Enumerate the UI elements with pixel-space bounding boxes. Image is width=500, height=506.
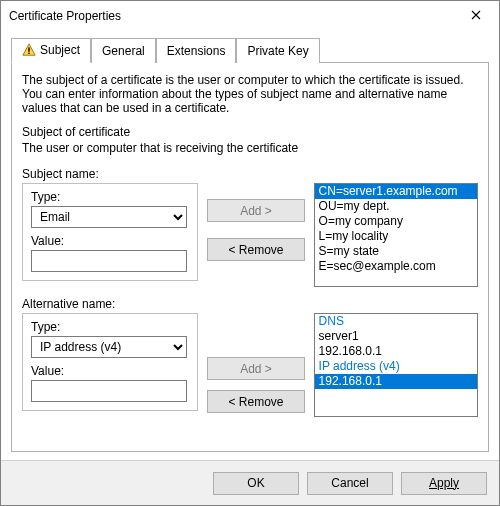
- subject-of-certificate-heading: Subject of certificate: [22, 125, 478, 139]
- list-item[interactable]: S=my state: [315, 244, 477, 259]
- list-item[interactable]: L=my locality: [315, 229, 477, 244]
- tab-strip: Subject General Extensions Private Key: [1, 31, 499, 62]
- altname-value-label: Value:: [31, 364, 189, 378]
- alternative-name-group: Type: IP address (v4) Value:: [22, 313, 198, 411]
- svg-rect-1: [28, 53, 29, 54]
- subject-add-button[interactable]: Add >: [207, 199, 305, 222]
- subject-name-list[interactable]: CN=server1.example.comOU=my dept.O=my co…: [314, 183, 478, 287]
- subject-name-label: Subject name:: [22, 167, 478, 181]
- subject-remove-button[interactable]: < Remove: [207, 238, 305, 261]
- alternative-name-list[interactable]: DNSserver1192.168.0.1IP address (v4)192.…: [314, 313, 478, 417]
- tab-extensions[interactable]: Extensions: [156, 38, 237, 63]
- window-title: Certificate Properties: [9, 9, 121, 23]
- tab-label: Private Key: [247, 44, 308, 58]
- alternative-name-row: Type: IP address (v4) Value: Add > < Rem…: [22, 313, 478, 419]
- list-item[interactable]: 192.168.0.1: [315, 374, 477, 389]
- altname-add-button[interactable]: Add >: [207, 357, 305, 380]
- close-button[interactable]: [453, 1, 499, 31]
- altname-type-select[interactable]: IP address (v4): [31, 336, 187, 358]
- subject-type-label: Type:: [31, 190, 189, 204]
- ok-button[interactable]: OK: [213, 472, 299, 495]
- list-item[interactable]: server1: [315, 329, 477, 344]
- dialog-button-bar: OK Cancel Apply: [1, 460, 499, 505]
- tab-label: General: [102, 44, 145, 58]
- subject-buttons-col: Add > < Remove: [206, 183, 305, 267]
- subject-value-input[interactable]: [31, 250, 187, 272]
- svg-rect-0: [28, 47, 29, 51]
- subject-type-select[interactable]: Email: [31, 206, 187, 228]
- certificate-properties-window: Certificate Properties Subject General E…: [0, 0, 500, 506]
- list-group-header: DNS: [315, 314, 477, 329]
- titlebar: Certificate Properties: [1, 1, 499, 31]
- altname-value-input[interactable]: [31, 380, 187, 402]
- list-item[interactable]: O=my company: [315, 214, 477, 229]
- altname-buttons-col: Add > < Remove: [206, 313, 305, 419]
- subject-name-group: Type: Email Value:: [22, 183, 198, 281]
- alternative-name-label: Alternative name:: [22, 297, 478, 311]
- apply-button[interactable]: Apply: [401, 472, 487, 495]
- list-group-header: IP address (v4): [315, 359, 477, 374]
- altname-type-label: Type:: [31, 320, 189, 334]
- list-item[interactable]: CN=server1.example.com: [315, 184, 477, 199]
- tab-label: Extensions: [167, 44, 226, 58]
- subject-name-row: Type: Email Value: Add > < Remove CN=ser…: [22, 183, 478, 287]
- tab-private-key[interactable]: Private Key: [236, 38, 319, 63]
- subject-of-certificate-subdesc: The user or computer that is receiving t…: [22, 141, 478, 155]
- subject-value-label: Value:: [31, 234, 189, 248]
- tab-subject[interactable]: Subject: [11, 38, 91, 63]
- close-icon: [471, 9, 481, 23]
- warning-icon: [22, 43, 36, 57]
- list-item[interactable]: 192.168.0.1: [315, 344, 477, 359]
- altname-remove-button[interactable]: < Remove: [207, 390, 305, 413]
- tab-panel-subject: The subject of a certificate is the user…: [11, 62, 489, 452]
- tab-label: Subject: [40, 43, 80, 57]
- cancel-button[interactable]: Cancel: [307, 472, 393, 495]
- subject-description: The subject of a certificate is the user…: [22, 73, 478, 115]
- list-item[interactable]: OU=my dept.: [315, 199, 477, 214]
- tab-general[interactable]: General: [91, 38, 156, 63]
- list-item[interactable]: E=sec@example.com: [315, 259, 477, 274]
